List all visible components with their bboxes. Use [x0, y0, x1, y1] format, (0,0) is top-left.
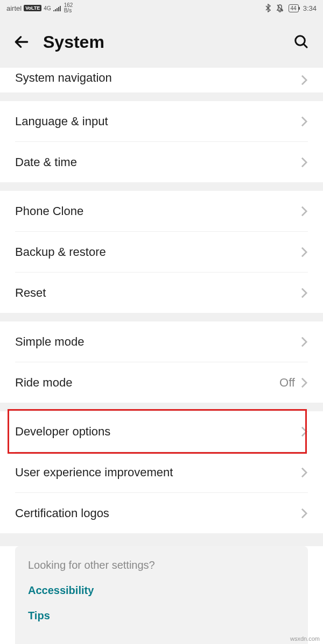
row-ride-mode[interactable]: Ride modeOff — [0, 362, 323, 403]
signal-icon — [53, 5, 62, 11]
row-value: Off — [279, 376, 295, 390]
row-developer-options[interactable]: Developer options — [0, 411, 323, 452]
carrier-label: airtel — [6, 4, 22, 12]
chevron-right-icon — [300, 426, 308, 438]
chevron-right-icon — [300, 336, 308, 348]
row-label: Backup & restore — [15, 245, 300, 259]
row-language-input[interactable]: Language & input — [0, 101, 323, 141]
chevron-right-icon — [300, 467, 308, 478]
chevron-right-icon — [300, 116, 308, 127]
footer-link-tips[interactable]: Tips — [28, 610, 295, 622]
clock: 3:34 — [303, 4, 317, 12]
row-certification-logos[interactable]: Certification logos — [0, 493, 323, 533]
row-user-experience-improvement[interactable]: User experience improvement — [0, 452, 323, 492]
row-system-navigation[interactable]: System navigation — [0, 68, 323, 92]
row-backup-restore[interactable]: Backup & restore — [0, 232, 323, 272]
chevron-right-icon — [300, 74, 308, 86]
search-button[interactable] — [291, 31, 312, 53]
status-bar: airtel VoLTE 4G 162 B/s 44 3:34 — [0, 0, 323, 16]
row-label: Simple mode — [15, 335, 300, 349]
battery-indicator: 44 — [289, 4, 299, 12]
footer-card: Looking for other settings? Accessibilit… — [15, 546, 308, 644]
row-date-time[interactable]: Date & time — [0, 142, 323, 182]
chevron-right-icon — [300, 377, 308, 389]
volte-badge: VoLTE — [24, 5, 41, 11]
back-button[interactable] — [11, 31, 32, 53]
watermark: wsxdn.com — [290, 635, 320, 642]
row-label: Reset — [15, 286, 300, 300]
row-label: User experience improvement — [15, 466, 300, 480]
row-phone-clone[interactable]: Phone Clone — [0, 191, 323, 231]
chevron-right-icon — [300, 507, 308, 519]
chevron-right-icon — [300, 205, 308, 217]
row-reset[interactable]: Reset — [0, 273, 323, 313]
mute-icon — [276, 4, 284, 12]
chevron-right-icon — [300, 156, 308, 168]
row-label: Phone Clone — [15, 204, 300, 218]
search-icon — [293, 34, 310, 50]
network-type: 4G — [44, 5, 51, 11]
row-simple-mode[interactable]: Simple mode — [0, 321, 323, 362]
page-header: System — [0, 16, 323, 68]
footer-link-accessibility[interactable]: Accessibility — [28, 584, 295, 597]
settings-list: System navigationLanguage & inputDate & … — [0, 68, 323, 533]
page-title: System — [43, 32, 280, 52]
back-arrow-icon — [13, 33, 30, 51]
row-label: Ride mode — [15, 376, 279, 390]
row-label: System navigation — [15, 71, 300, 85]
footer-prompt: Looking for other settings? — [28, 559, 295, 571]
row-label: Date & time — [15, 155, 300, 169]
row-label: Developer options — [15, 425, 300, 439]
row-label: Language & input — [15, 115, 300, 128]
row-label: Certification logos — [15, 506, 300, 520]
chevron-right-icon — [300, 287, 308, 299]
bluetooth-icon — [265, 4, 271, 12]
chevron-right-icon — [300, 246, 308, 258]
network-speed: 162 B/s — [64, 3, 73, 13]
